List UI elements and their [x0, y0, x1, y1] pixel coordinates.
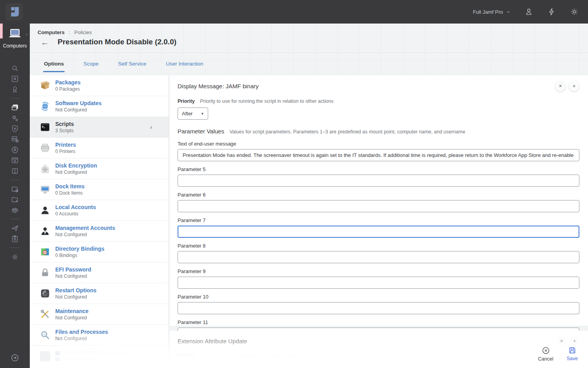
gear-icon[interactable] — [570, 7, 579, 16]
server-sync-icon[interactable] — [11, 135, 19, 144]
parameter-values-help: Values for script parameters. Parameters… — [229, 129, 465, 135]
payload-item-directory-bindings[interactable]: Directory Bindings0 Bindings› — [30, 242, 169, 262]
payload-sublabel: Not Configured — [55, 273, 91, 279]
rail-divider — [10, 180, 20, 180]
back-arrow-icon[interactable]: ← — [41, 38, 49, 46]
top-navbar: Full Jamf Pro — [0, 0, 588, 24]
breadcrumb: Computers : Policies — [38, 29, 92, 35]
browser-sync-icon[interactable] — [11, 156, 19, 165]
payload-sublabel: 3 Scripts — [55, 128, 74, 133]
payload-item-restart-options[interactable]: Restart OptionsNot Configured› — [30, 283, 169, 304]
caret-down-icon: ▼ — [201, 112, 204, 116]
settings-gear-icon[interactable] — [11, 253, 19, 261]
page-header: Computers : Policies ← Presentation Mode… — [30, 24, 588, 53]
parameter-label: Parameter 11 — [178, 319, 579, 325]
send-icon[interactable] — [11, 224, 19, 233]
users-icon[interactable] — [11, 206, 19, 215]
payload-sublabel: Not Configured — [55, 294, 96, 300]
scripts-icon — [40, 122, 50, 132]
sidebar-item-computers[interactable]: › Computers — [0, 28, 30, 49]
breadcrumb-computers[interactable]: Computers — [38, 29, 65, 35]
arrow-right-circle-icon[interactable] — [10, 353, 20, 363]
policies-icon[interactable] — [11, 103, 19, 112]
left-rail: › Computers — [0, 0, 30, 368]
parameter-block: Parameter 5 — [178, 166, 579, 187]
content-area: Packages0 Packages›Software UpdatesNot C… — [30, 75, 588, 368]
payload-item-software-updates[interactable]: Software UpdatesNot Configured› — [30, 96, 169, 117]
payload-sublabel: 0 Bindings — [55, 253, 104, 258]
payload-item-printers[interactable]: Printers0 Printers› — [30, 138, 169, 158]
local-accounts-icon — [40, 205, 50, 215]
tab-user-interaction[interactable]: User Interaction — [165, 54, 204, 74]
parameter-9-input[interactable] — [178, 277, 579, 289]
laptop-icon — [8, 28, 22, 39]
message-input[interactable] — [178, 149, 579, 161]
parameter-label: Parameter 9 — [178, 268, 579, 274]
chevron-down-icon — [506, 10, 510, 14]
remove-ea-button[interactable]: × — [557, 336, 566, 346]
workspace: Computers : Policies ← Presentation Mode… — [30, 24, 588, 368]
search-icon[interactable] — [11, 64, 19, 73]
inventory-clipboard-icon[interactable] — [11, 235, 19, 243]
app-store-icon[interactable] — [11, 146, 19, 154]
payload-item-local-accounts[interactable]: Local Accounts0 Accounts› — [30, 200, 169, 221]
config-profiles-icon[interactable] — [11, 114, 19, 122]
environment-switcher[interactable]: Full Jamf Pro — [473, 9, 510, 15]
maintenance-icon — [40, 309, 50, 319]
breadcrumb-policies[interactable]: Policies — [74, 29, 92, 35]
payload-item-packages[interactable]: Packages0 Packages› — [30, 75, 169, 96]
tab-self-service[interactable]: Self Service — [117, 54, 147, 74]
lightning-icon[interactable] — [547, 7, 556, 16]
payload-sublabel: 0 Dock Items — [55, 190, 85, 196]
payload-item-management-accounts[interactable]: Management AccountsNot Configured› — [30, 221, 169, 242]
packages-icon — [40, 80, 50, 91]
app-catalog-icon[interactable] — [11, 75, 19, 83]
save-button[interactable]: Save — [567, 346, 578, 362]
shield-x-icon[interactable] — [11, 124, 19, 133]
priority-value: After — [182, 111, 192, 117]
rail-divider — [10, 98, 20, 98]
tab-scope[interactable]: Scope — [83, 54, 99, 74]
parameter-values-title: Parameter Values — [178, 128, 224, 135]
payload-item-maintenance[interactable]: MaintenanceNot Configured› — [30, 304, 169, 325]
payload-sublabel: 0 Accounts — [55, 211, 96, 217]
page-title: Presentation Mode Disable (2.0.0) — [58, 38, 176, 46]
parameter-7-input[interactable] — [178, 226, 579, 238]
parameter-8-input[interactable] — [178, 251, 579, 263]
user-icon[interactable] — [524, 7, 533, 16]
cancel-button[interactable]: Cancel — [538, 346, 554, 362]
book-icon[interactable] — [11, 167, 19, 175]
smart-group-folder-icon[interactable] — [11, 185, 19, 193]
ea-priority-help: Priority to use for running the script i… — [200, 352, 333, 358]
cancel-label: Cancel — [538, 356, 554, 362]
tab-options[interactable]: Options — [43, 54, 65, 74]
save-floppy-icon — [568, 346, 576, 354]
add-ea-button[interactable]: + — [570, 336, 579, 346]
chevron-right-icon: › — [26, 32, 27, 36]
certificate-icon[interactable] — [11, 85, 19, 94]
payload-title: EFI Password — [55, 266, 91, 273]
static-group-folder-icon[interactable] — [11, 195, 19, 204]
extension-attribute-card: Extension Attribute Update × + Priority … — [170, 331, 588, 368]
printers-icon — [40, 143, 50, 153]
payload-item-files-and-processes[interactable]: Files and ProcessesNot Configured› — [30, 325, 169, 346]
priority-label: Priority — [178, 98, 195, 104]
payload-item-efi-password[interactable]: EFI PasswordNot Configured› — [30, 262, 169, 283]
payload-title: Local Accounts — [55, 204, 96, 210]
parameter-5-input[interactable] — [178, 175, 579, 187]
payload-list: Packages0 Packages›Software UpdatesNot C… — [30, 75, 169, 368]
priority-select[interactable]: After ▼ — [178, 107, 208, 120]
ea-priority-label: Priority — [178, 352, 195, 358]
payload-item-disk-encryption[interactable]: Disk EncryptionNot Configured› — [30, 158, 169, 179]
payload-item-dock-items[interactable]: Dock Items0 Dock Items› — [30, 179, 169, 200]
tab-bar: OptionsScopeSelf ServiceUser Interaction — [30, 53, 588, 75]
payload-sublabel: Not Configured — [55, 336, 108, 341]
payload-sublabel: Not Configured — [55, 232, 115, 237]
cancel-circle-x-icon — [542, 346, 550, 355]
parameter-10-input[interactable] — [178, 302, 579, 314]
remove-script-button[interactable]: × — [555, 81, 566, 91]
add-script-button[interactable]: + — [569, 81, 579, 91]
jamf-logo[interactable] — [5, 3, 23, 20]
parameter-6-input[interactable] — [178, 200, 579, 212]
payload-item-scripts[interactable]: Scripts3 Scripts› — [30, 117, 169, 138]
